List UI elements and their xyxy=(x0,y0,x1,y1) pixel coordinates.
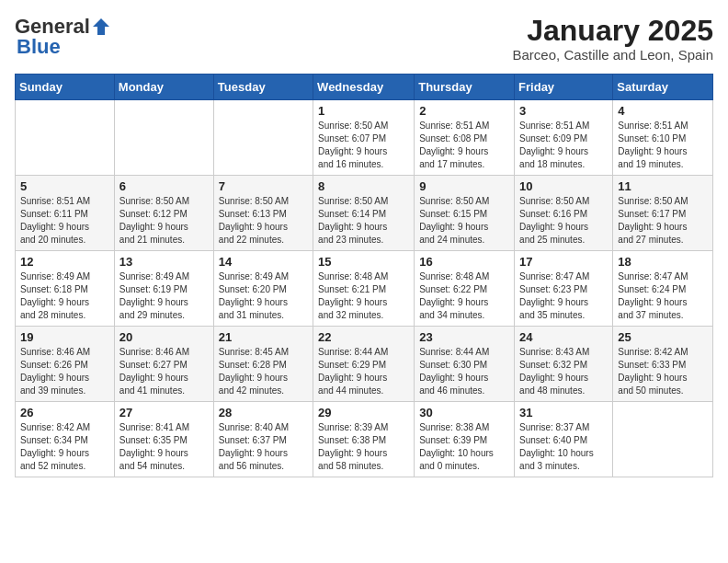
day-info: Sunrise: 8:45 AM Sunset: 6:28 PM Dayligh… xyxy=(219,346,308,397)
day-number: 31 xyxy=(519,406,608,419)
day-info: Sunrise: 8:50 AM Sunset: 6:07 PM Dayligh… xyxy=(318,120,409,171)
calendar-week-row: 1Sunrise: 8:50 AM Sunset: 6:07 PM Daylig… xyxy=(16,100,713,176)
weekday-header: Monday xyxy=(114,75,213,100)
calendar-day-cell: 15Sunrise: 8:48 AM Sunset: 6:21 PM Dayli… xyxy=(313,251,415,327)
calendar-day-cell: 25Sunrise: 8:42 AM Sunset: 6:33 PM Dayli… xyxy=(613,327,713,402)
weekday-header: Thursday xyxy=(415,75,515,100)
location-title: Barceo, Castille and Leon, Spain xyxy=(513,47,713,63)
day-info: Sunrise: 8:49 AM Sunset: 6:18 PM Dayligh… xyxy=(20,270,109,322)
day-number: 17 xyxy=(519,255,608,269)
day-number: 28 xyxy=(219,406,308,419)
weekday-header: Sunday xyxy=(16,75,115,100)
title-area: January 2025 Barceo, Castille and Leon, … xyxy=(513,15,713,63)
day-info: Sunrise: 8:37 AM Sunset: 6:40 PM Dayligh… xyxy=(519,421,608,473)
day-info: Sunrise: 8:42 AM Sunset: 6:34 PM Dayligh… xyxy=(20,421,109,473)
day-number: 14 xyxy=(219,255,308,269)
day-info: Sunrise: 8:50 AM Sunset: 6:16 PM Dayligh… xyxy=(519,195,608,247)
calendar-day-cell: 2Sunrise: 8:51 AM Sunset: 6:08 PM Daylig… xyxy=(415,100,515,176)
day-info: Sunrise: 8:51 AM Sunset: 6:10 PM Dayligh… xyxy=(618,120,708,171)
day-info: Sunrise: 8:42 AM Sunset: 6:33 PM Dayligh… xyxy=(618,346,708,397)
day-number: 15 xyxy=(318,255,409,269)
calendar-day-cell: 26Sunrise: 8:42 AM Sunset: 6:34 PM Dayli… xyxy=(16,402,115,477)
calendar-day-cell xyxy=(213,100,313,176)
calendar-day-cell: 7Sunrise: 8:50 AM Sunset: 6:13 PM Daylig… xyxy=(213,176,313,251)
weekday-header: Tuesday xyxy=(213,75,313,100)
day-info: Sunrise: 8:40 AM Sunset: 6:37 PM Dayligh… xyxy=(219,421,308,473)
day-info: Sunrise: 8:47 AM Sunset: 6:24 PM Dayligh… xyxy=(618,270,708,322)
day-info: Sunrise: 8:50 AM Sunset: 6:14 PM Dayligh… xyxy=(318,195,409,247)
day-number: 3 xyxy=(519,104,608,118)
day-number: 11 xyxy=(618,179,708,193)
day-number: 5 xyxy=(20,179,109,193)
calendar-week-row: 12Sunrise: 8:49 AM Sunset: 6:18 PM Dayli… xyxy=(16,251,713,327)
day-number: 16 xyxy=(419,255,509,269)
calendar-day-cell: 20Sunrise: 8:46 AM Sunset: 6:27 PM Dayli… xyxy=(114,327,213,402)
calendar-day-cell: 16Sunrise: 8:48 AM Sunset: 6:22 PM Dayli… xyxy=(415,251,515,327)
calendar-day-cell: 22Sunrise: 8:44 AM Sunset: 6:29 PM Dayli… xyxy=(313,327,415,402)
day-number: 9 xyxy=(419,179,509,193)
day-info: Sunrise: 8:51 AM Sunset: 6:09 PM Dayligh… xyxy=(519,120,608,171)
logo-icon xyxy=(91,17,111,37)
day-info: Sunrise: 8:48 AM Sunset: 6:22 PM Dayligh… xyxy=(419,270,509,322)
day-number: 13 xyxy=(119,255,209,269)
day-info: Sunrise: 8:43 AM Sunset: 6:32 PM Dayligh… xyxy=(519,346,608,397)
day-number: 30 xyxy=(419,406,509,419)
calendar-day-cell: 5Sunrise: 8:51 AM Sunset: 6:11 PM Daylig… xyxy=(16,176,115,251)
day-info: Sunrise: 8:49 AM Sunset: 6:19 PM Dayligh… xyxy=(119,270,209,322)
calendar-day-cell: 27Sunrise: 8:41 AM Sunset: 6:35 PM Dayli… xyxy=(114,402,213,477)
calendar-day-cell xyxy=(16,100,115,176)
day-number: 8 xyxy=(318,179,409,193)
calendar-week-row: 5Sunrise: 8:51 AM Sunset: 6:11 PM Daylig… xyxy=(16,176,713,251)
weekday-header: Friday xyxy=(515,75,613,100)
calendar-day-cell: 12Sunrise: 8:49 AM Sunset: 6:18 PM Dayli… xyxy=(16,251,115,327)
day-number: 22 xyxy=(318,330,409,344)
calendar-day-cell: 13Sunrise: 8:49 AM Sunset: 6:19 PM Dayli… xyxy=(114,251,213,327)
calendar-day-cell: 23Sunrise: 8:44 AM Sunset: 6:30 PM Dayli… xyxy=(415,327,515,402)
day-number: 12 xyxy=(20,255,109,269)
calendar-day-cell: 4Sunrise: 8:51 AM Sunset: 6:10 PM Daylig… xyxy=(613,100,713,176)
day-number: 4 xyxy=(618,104,708,118)
day-number: 18 xyxy=(618,255,708,269)
day-number: 23 xyxy=(419,330,509,344)
day-number: 10 xyxy=(519,179,608,193)
calendar-day-cell xyxy=(114,100,213,176)
day-info: Sunrise: 8:48 AM Sunset: 6:21 PM Dayligh… xyxy=(318,270,409,322)
weekday-header: Wednesday xyxy=(313,75,415,100)
calendar-day-cell xyxy=(613,402,713,477)
calendar-day-cell: 31Sunrise: 8:37 AM Sunset: 6:40 PM Dayli… xyxy=(515,402,613,477)
day-number: 7 xyxy=(219,179,308,193)
calendar-day-cell: 29Sunrise: 8:39 AM Sunset: 6:38 PM Dayli… xyxy=(313,402,415,477)
month-title: January 2025 xyxy=(513,15,713,47)
day-info: Sunrise: 8:50 AM Sunset: 6:17 PM Dayligh… xyxy=(618,195,708,247)
day-info: Sunrise: 8:46 AM Sunset: 6:26 PM Dayligh… xyxy=(20,346,109,397)
day-number: 20 xyxy=(119,330,209,344)
day-info: Sunrise: 8:50 AM Sunset: 6:12 PM Dayligh… xyxy=(119,195,209,247)
day-number: 21 xyxy=(219,330,308,344)
calendar-day-cell: 24Sunrise: 8:43 AM Sunset: 6:32 PM Dayli… xyxy=(515,327,613,402)
day-info: Sunrise: 8:51 AM Sunset: 6:08 PM Dayligh… xyxy=(419,120,509,171)
calendar-day-cell: 3Sunrise: 8:51 AM Sunset: 6:09 PM Daylig… xyxy=(515,100,613,176)
logo-blue: Blue xyxy=(15,35,61,59)
calendar-day-cell: 18Sunrise: 8:47 AM Sunset: 6:24 PM Dayli… xyxy=(613,251,713,327)
calendar-day-cell: 8Sunrise: 8:50 AM Sunset: 6:14 PM Daylig… xyxy=(313,176,415,251)
calendar-week-row: 26Sunrise: 8:42 AM Sunset: 6:34 PM Dayli… xyxy=(16,402,713,477)
day-info: Sunrise: 8:51 AM Sunset: 6:11 PM Dayligh… xyxy=(20,195,109,247)
day-number: 27 xyxy=(119,406,209,419)
day-number: 29 xyxy=(318,406,409,419)
day-info: Sunrise: 8:44 AM Sunset: 6:30 PM Dayligh… xyxy=(419,346,509,397)
day-number: 1 xyxy=(318,104,409,118)
day-info: Sunrise: 8:46 AM Sunset: 6:27 PM Dayligh… xyxy=(119,346,209,397)
calendar-day-cell: 21Sunrise: 8:45 AM Sunset: 6:28 PM Dayli… xyxy=(213,327,313,402)
calendar-table: SundayMondayTuesdayWednesdayThursdayFrid… xyxy=(15,74,713,477)
day-info: Sunrise: 8:49 AM Sunset: 6:20 PM Dayligh… xyxy=(219,270,308,322)
calendar-day-cell: 30Sunrise: 8:38 AM Sunset: 6:39 PM Dayli… xyxy=(415,402,515,477)
calendar-day-cell: 6Sunrise: 8:50 AM Sunset: 6:12 PM Daylig… xyxy=(114,176,213,251)
day-info: Sunrise: 8:50 AM Sunset: 6:13 PM Dayligh… xyxy=(219,195,308,247)
day-number: 26 xyxy=(20,406,109,419)
day-info: Sunrise: 8:41 AM Sunset: 6:35 PM Dayligh… xyxy=(119,421,209,473)
calendar-header-row: SundayMondayTuesdayWednesdayThursdayFrid… xyxy=(16,75,713,100)
day-number: 25 xyxy=(618,330,708,344)
weekday-header: Saturday xyxy=(613,75,713,100)
day-number: 2 xyxy=(419,104,509,118)
logo: General Blue xyxy=(15,15,112,59)
